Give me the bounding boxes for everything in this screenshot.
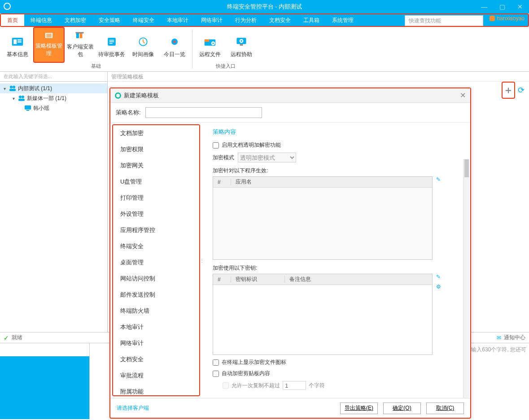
nav-other[interactable]: 附属功能 bbox=[113, 384, 199, 396]
clipboard-checkbox[interactable] bbox=[213, 371, 219, 377]
svg-rect-6 bbox=[46, 35, 52, 36]
edit-key-button[interactable]: ✎ bbox=[436, 274, 441, 280]
menu-doc-security[interactable]: 文档安全 bbox=[263, 14, 297, 26]
export-policy-button[interactable]: 导出策略(E) bbox=[340, 402, 378, 414]
nav-app-control[interactable]: 应用程序管控 bbox=[113, 222, 199, 238]
svg-rect-28 bbox=[25, 105, 31, 109]
svg-rect-9 bbox=[80, 33, 83, 38]
svg-rect-29 bbox=[26, 110, 29, 111]
menu-local-audit[interactable]: 本地审计 bbox=[161, 14, 195, 26]
menu-terminal-security[interactable]: 终端安全 bbox=[127, 14, 161, 26]
ribbon-installer-label: 客户端安装包 bbox=[66, 43, 95, 58]
check-icon: ✓ bbox=[4, 334, 9, 341]
show-icon-checkbox[interactable] bbox=[213, 359, 219, 366]
notif-label: 通知中心 bbox=[504, 334, 525, 341]
menu-terminal-info[interactable]: 终端信息 bbox=[24, 14, 58, 26]
ribbon-remote-file-label: 远程文件 bbox=[199, 51, 221, 58]
ribbon-group2-label: 快捷入口 bbox=[216, 63, 236, 71]
tree-dept[interactable]: ▾ 新媒体一部 (1/1) bbox=[0, 93, 107, 103]
tree-search-input[interactable]: 在此输入关键字筛选... bbox=[0, 72, 107, 82]
nav-approval[interactable]: 审批流程 bbox=[113, 368, 199, 384]
nav-web-control[interactable]: 网站访问控制 bbox=[113, 271, 199, 287]
mail-icon: ✉ bbox=[497, 335, 501, 341]
nav-print[interactable]: 打印管理 bbox=[113, 190, 199, 206]
tree-panel: 在此输入关键字筛选... ▾ 内部测试 (1/1) ▾ 新媒体一部 (1/1) … bbox=[0, 72, 108, 332]
copy-limit-input[interactable] bbox=[283, 381, 306, 390]
dialog-icon bbox=[115, 92, 121, 99]
maximize-icon[interactable]: ▢ bbox=[493, 0, 511, 13]
edit-process-button[interactable]: ✎ bbox=[436, 176, 441, 183]
proc-label: 加密针对以下程序生效: bbox=[213, 167, 463, 175]
key-settings-button[interactable]: ⚙ bbox=[436, 284, 441, 290]
new-policy-dialog: 新建策略模板 ✕ 策略名称: 文档加密 加密权限 加密网关 U盘管理 打印管理 … bbox=[109, 88, 471, 419]
th-keyid: 密钥标识 bbox=[231, 276, 285, 283]
ribbon-timeline[interactable]: 时间画像 bbox=[127, 27, 159, 63]
svg-point-25 bbox=[19, 96, 22, 98]
nav-usb[interactable]: U盘管理 bbox=[113, 174, 199, 190]
ribbon-basic-info[interactable]: 基本信息 bbox=[2, 27, 33, 63]
ribbon-remote-file[interactable]: 远程文件 bbox=[194, 27, 226, 63]
username-label: hanxiaoyao bbox=[497, 15, 525, 22]
mode-select[interactable]: 透明加密模式 bbox=[238, 153, 296, 162]
policy-name-input[interactable] bbox=[145, 107, 262, 118]
user-menu[interactable]: hanxiaoyao bbox=[490, 15, 525, 22]
nav-peripheral[interactable]: 外设管理 bbox=[113, 206, 199, 222]
ribbon-today[interactable]: 今日一览 bbox=[159, 27, 190, 63]
section-title: 策略内容 bbox=[213, 128, 463, 136]
nav-doc-encrypt[interactable]: 文档加密 bbox=[113, 125, 199, 141]
bottom-left-pane bbox=[0, 343, 90, 419]
ribbon-policy-template[interactable]: 策略模板管理 bbox=[33, 27, 65, 63]
menu-toolbox[interactable]: 工具箱 bbox=[297, 14, 326, 26]
copy-limit-label: 允许一次复制不超过 bbox=[232, 382, 280, 389]
menu-sysadmin[interactable]: 系统管理 bbox=[326, 14, 360, 26]
ribbon-installer[interactable]: 客户端安装包 bbox=[65, 27, 96, 63]
menu-bar: 首页 终端信息 文档加密 安全策略 终端安全 本地审计 网络审计 行为分析 文档… bbox=[0, 13, 529, 27]
nav-desktop[interactable]: 桌面管理 bbox=[113, 254, 199, 271]
nav-terminal-security[interactable]: 终端安全 bbox=[113, 238, 199, 254]
ribbon-remote-assist[interactable]: 远程协助 bbox=[226, 27, 257, 63]
nav-local-audit[interactable]: 本地审计 bbox=[113, 319, 199, 335]
menu-behavior[interactable]: 行为分析 bbox=[229, 14, 263, 26]
svg-rect-10 bbox=[76, 32, 84, 34]
close-icon[interactable]: ✕ bbox=[511, 0, 529, 13]
ribbon-group1-label: 基础 bbox=[91, 63, 101, 71]
svg-point-14 bbox=[173, 40, 175, 43]
collapse-icon[interactable]: ▾ bbox=[2, 86, 7, 91]
cancel-button[interactable]: 取消(C) bbox=[426, 402, 464, 414]
menu-home[interactable]: 首页 bbox=[1, 14, 24, 26]
nav-doc-security[interactable]: 文档安全 bbox=[113, 351, 199, 368]
dialog-close-button[interactable]: ✕ bbox=[460, 91, 466, 100]
nav-mail-control[interactable]: 邮件发送控制 bbox=[113, 287, 199, 303]
refresh-button[interactable]: ⟳ bbox=[518, 85, 525, 95]
menu-doc-encrypt[interactable]: 文档加密 bbox=[58, 14, 92, 26]
menu-security-policy[interactable]: 安全策略 bbox=[92, 14, 127, 26]
tree-user[interactable]: 韩小瑶 bbox=[0, 103, 107, 113]
nav-encrypt-gateway[interactable]: 加密网关 bbox=[113, 158, 199, 174]
ok-button[interactable]: 确定(O) bbox=[383, 402, 421, 414]
scrollbar[interactable] bbox=[463, 159, 469, 398]
th-index: # bbox=[213, 179, 231, 185]
app-logo-icon bbox=[4, 3, 11, 10]
notification-center[interactable]: ✉ 通知中心 bbox=[497, 334, 525, 341]
top-search-input[interactable]: 快速查找功能 bbox=[405, 15, 483, 26]
copy-limit-checkbox[interactable] bbox=[223, 382, 229, 389]
ribbon-basic-info-label: 基本信息 bbox=[7, 51, 28, 58]
collapse-icon[interactable]: ▾ bbox=[11, 96, 16, 101]
th-index2: # bbox=[213, 276, 231, 283]
user-icon bbox=[490, 16, 495, 21]
menu-net-audit[interactable]: 网络审计 bbox=[195, 14, 229, 26]
minimize-icon[interactable]: — bbox=[475, 0, 493, 13]
add-button[interactable]: ＋ bbox=[503, 83, 513, 97]
th-appname: 应用名 bbox=[231, 178, 432, 186]
tree-root[interactable]: ▾ 内部测试 (1/1) bbox=[0, 83, 107, 93]
enable-encrypt-checkbox[interactable] bbox=[213, 142, 219, 149]
ribbon-pending[interactable]: 待审批事务 bbox=[96, 27, 127, 63]
nav-net-audit[interactable]: 网络审计 bbox=[113, 335, 199, 351]
svg-point-23 bbox=[13, 86, 15, 88]
choose-client-link[interactable]: 请选择客户端 bbox=[117, 404, 149, 412]
svg-rect-24 bbox=[9, 89, 16, 91]
nav-firewall[interactable]: 终端防火墙 bbox=[113, 303, 199, 319]
nav-encrypt-perm[interactable]: 加密权限 bbox=[113, 141, 199, 158]
process-table: # 应用名 bbox=[213, 176, 433, 260]
svg-point-22 bbox=[10, 86, 13, 88]
